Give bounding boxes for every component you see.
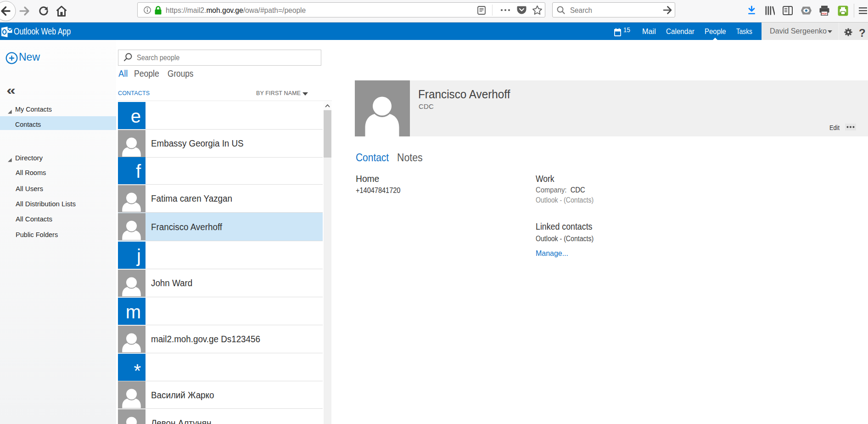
- svg-text:PDF: PDF: [822, 12, 827, 15]
